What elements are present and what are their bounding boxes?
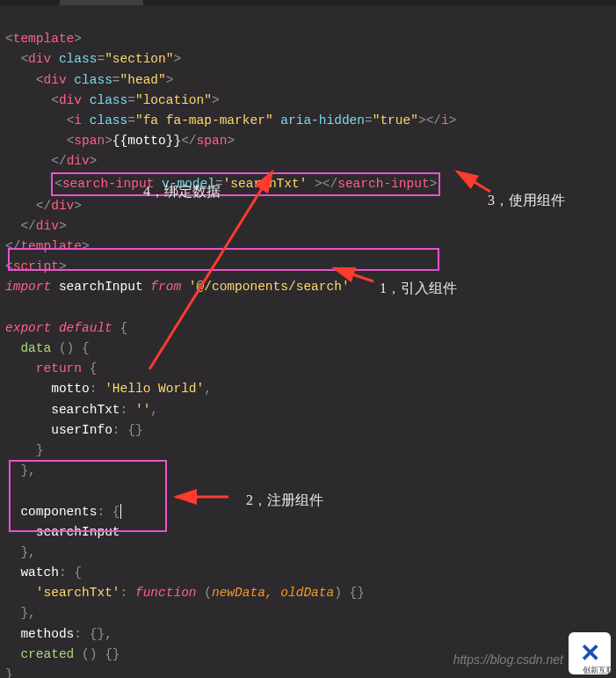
close-div: div <box>51 199 74 213</box>
annotation-1: 1，引入组件 <box>380 277 457 300</box>
text-cursor <box>120 504 121 519</box>
id-searchinput: searchInput <box>36 525 120 539</box>
fn-data: data <box>20 341 51 355</box>
brace: }, <box>20 606 35 620</box>
mustache-motto: {{motto}} <box>112 134 181 148</box>
val-searchtxt: 'searchTxt' <box>223 177 308 191</box>
attr-class: class <box>90 113 128 128</box>
val: {}, <box>90 627 112 641</box>
annotation-3: 3，使用组件 <box>488 189 565 212</box>
key-searchtxt-watch: 'searchTxt' <box>36 586 120 600</box>
paren: () <box>59 341 74 355</box>
val-true: "true" <box>373 113 418 128</box>
val-head: "head" <box>120 73 166 87</box>
key-components: components <box>20 505 97 519</box>
close-search-input: search-input <box>337 177 429 191</box>
tag-script: script <box>13 259 59 273</box>
brace: } <box>5 667 13 678</box>
brace: { <box>74 565 82 580</box>
key-searchtxt: searchTxt <box>51 403 120 417</box>
kw-from: from <box>150 280 181 294</box>
val-empty: '' <box>135 403 150 417</box>
code-editor[interactable]: <template> <div class="section"> <div cl… <box>0 0 616 678</box>
tag-div: div <box>28 52 51 66</box>
highlight-box-search-input: <search-input v-model='searchTxt' ></sea… <box>51 172 440 196</box>
close-div: div <box>67 154 90 168</box>
key-methods: methods <box>20 627 74 641</box>
logo-text: 创新互联 <box>583 664 614 676</box>
close-i: i <box>441 113 449 128</box>
val-location: "location" <box>135 93 212 107</box>
body: {} <box>350 586 365 600</box>
val-fa: "fa fa-map-marker" <box>135 113 273 128</box>
brace: { <box>82 341 90 355</box>
comma: , <box>150 403 158 417</box>
close-div: div <box>36 219 59 233</box>
annotation-2: 2，注册组件 <box>246 489 323 512</box>
attr-class: class <box>90 93 128 107</box>
comma: , <box>204 382 212 396</box>
tag-div: div <box>44 73 67 87</box>
editor-tab-bar <box>0 0 616 5</box>
kw-return: return <box>36 361 82 375</box>
brace: { <box>120 321 128 335</box>
watermark-text: https://blog.csdn.net <box>453 650 563 669</box>
brace: { <box>112 505 120 519</box>
close-template: template <box>20 239 82 253</box>
attr-aria: aria-hidden <box>280 113 365 128</box>
tag-span: span <box>74 134 105 148</box>
brace: } <box>36 443 44 457</box>
params: newData, oldData <box>212 586 334 600</box>
id-searchinput: searchInput <box>59 280 143 294</box>
brace: }, <box>20 463 35 478</box>
tag-i: i <box>74 113 82 128</box>
brace: }, <box>20 545 35 559</box>
attr-class: class <box>59 52 98 66</box>
kw-export: export default <box>5 321 112 335</box>
body: {} <box>105 647 120 661</box>
fn-created: created <box>20 647 74 661</box>
key-watch: watch <box>20 565 59 580</box>
tag-search-input: search-input <box>62 177 154 191</box>
str-path: '@/components/search' <box>189 280 350 294</box>
key-userinfo: userInfo <box>51 423 112 437</box>
brace: { <box>90 361 98 375</box>
annotation-4: 4，绑定数据 <box>143 180 221 203</box>
attr-class: class <box>74 73 112 87</box>
val-obj: {} <box>127 423 142 437</box>
tag-template: template <box>13 32 75 46</box>
close-span: span <box>197 134 228 148</box>
val-section: "section" <box>105 52 173 66</box>
val-hello: 'Hello World' <box>105 382 204 396</box>
kw-function: function <box>135 586 197 600</box>
kw-import: import <box>5 280 51 294</box>
paren: () <box>82 647 97 661</box>
tag-div: div <box>59 93 82 107</box>
key-motto: motto <box>51 382 90 396</box>
